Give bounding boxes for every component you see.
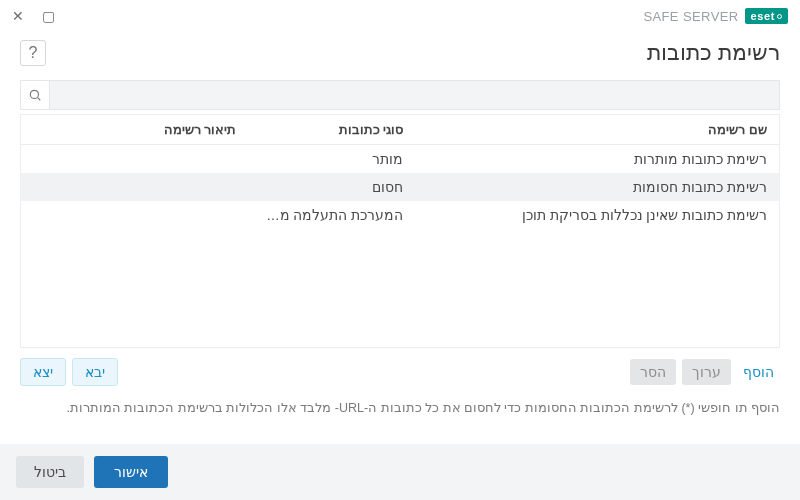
brand-badge: eset xyxy=(745,8,788,24)
add-button[interactable]: הוסף xyxy=(737,359,780,385)
search-row xyxy=(20,80,780,110)
col-desc[interactable]: תיאור רשימה xyxy=(21,115,248,145)
close-icon[interactable]: ✕ xyxy=(12,9,24,23)
brand-dot-icon xyxy=(777,14,782,19)
cell-type: חסום xyxy=(248,173,415,201)
brand: eset SAFE SERVER xyxy=(643,8,788,24)
table-header-row: שם רשימה סוגי כתובות תיאור רשימה xyxy=(21,115,779,145)
window-controls: ▢ ✕ xyxy=(12,9,55,23)
import-button[interactable]: יבא xyxy=(72,358,118,386)
cell-desc xyxy=(21,201,248,229)
remove-button[interactable]: הסר xyxy=(630,359,676,385)
cell-name: רשימת כתובות מותרות xyxy=(415,145,779,174)
cell-type: מותר xyxy=(248,145,415,174)
cancel-button[interactable]: ביטול xyxy=(16,456,84,488)
maximize-icon[interactable]: ▢ xyxy=(42,9,55,23)
ok-button[interactable]: אישור xyxy=(94,456,168,488)
page-title: רשימת כתובות xyxy=(647,40,780,66)
cell-desc xyxy=(21,145,248,174)
table-row[interactable]: רשימת כתובות שאינן נכללות בסריקת תוכן המ… xyxy=(21,201,779,229)
cell-name: רשימת כתובות שאינן נכללות בסריקת תוכן xyxy=(415,201,779,229)
cell-type: המערכת התעלמה מהתוכ... xyxy=(248,201,415,229)
svg-point-0 xyxy=(30,90,38,98)
cell-name: רשימת כתובות חסומות xyxy=(415,173,779,201)
table-actions: הוסף ערוך הסר יבא יצא xyxy=(20,358,780,386)
help-icon: ? xyxy=(29,44,38,62)
table-actions-primary: הוסף ערוך הסר xyxy=(630,359,780,385)
search-input[interactable] xyxy=(50,80,780,110)
footer: אישור ביטול xyxy=(0,444,800,500)
col-name[interactable]: שם רשימה xyxy=(415,115,779,145)
export-button[interactable]: יצא xyxy=(20,358,66,386)
help-button[interactable]: ? xyxy=(20,40,46,66)
table-actions-io: יבא יצא xyxy=(20,358,118,386)
cell-desc xyxy=(21,173,248,201)
brand-product: SAFE SERVER xyxy=(643,9,738,24)
hint-text: הוסף תו חופשי (*) לרשימת הכתובות החסומות… xyxy=(0,386,800,415)
edit-button[interactable]: ערוך xyxy=(682,359,731,385)
titlebar: eset SAFE SERVER ▢ ✕ xyxy=(0,0,800,32)
brand-badge-text: eset xyxy=(751,10,775,22)
svg-line-1 xyxy=(38,98,41,101)
address-list-table: שם רשימה סוגי כתובות תיאור רשימה רשימת כ… xyxy=(20,114,780,348)
search-icon xyxy=(28,88,42,102)
table-row[interactable]: רשימת כתובות חסומות חסום xyxy=(21,173,779,201)
table-row[interactable]: רשימת כתובות מותרות מותר xyxy=(21,145,779,174)
header: רשימת כתובות ? xyxy=(0,32,800,80)
table-body: רשימת כתובות מותרות מותר רשימת כתובות חס… xyxy=(21,145,779,230)
search-button[interactable] xyxy=(20,80,50,110)
content: שם רשימה סוגי כתובות תיאור רשימה רשימת כ… xyxy=(0,80,800,386)
col-type[interactable]: סוגי כתובות xyxy=(248,115,415,145)
